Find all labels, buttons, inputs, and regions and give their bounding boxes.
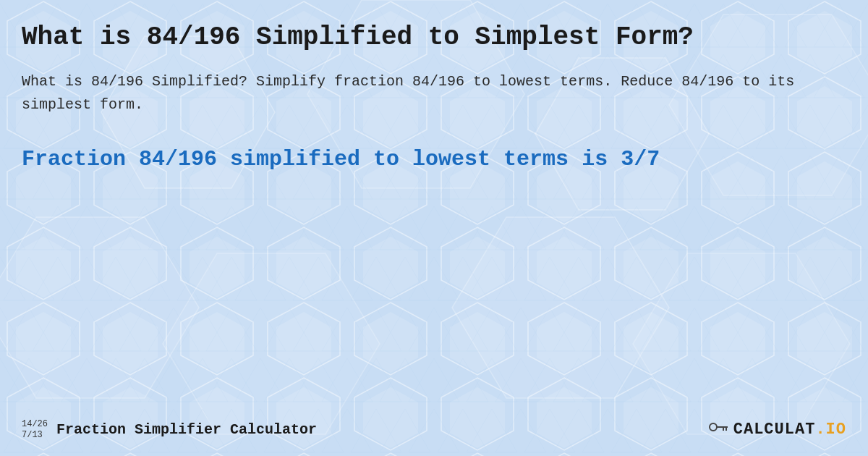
logo-accent: .IO — [815, 421, 846, 439]
footer-label: Fraction Simplifier Calculator — [56, 421, 317, 438]
calculator-icon — [707, 418, 729, 442]
footer-fraction1: 14/26 — [22, 419, 48, 429]
result-title: Fraction 84/196 simplified to lowest ter… — [22, 145, 846, 174]
footer-fractions: 14/26 7/13 — [22, 419, 48, 440]
result-section: Fraction 84/196 simplified to lowest ter… — [22, 145, 846, 174]
footer-fraction2: 7/13 — [22, 430, 48, 440]
footer: 14/26 7/13 Fraction Simplifier Calculato… — [22, 410, 846, 442]
svg-point-16 — [710, 423, 717, 431]
footer-logo: CALCULAT.IO — [707, 418, 846, 442]
logo-text: CALCULAT.IO — [733, 421, 846, 439]
page-title: What is 84/196 Simplified to Simplest Fo… — [22, 22, 846, 53]
page-description: What is 84/196 Simplified? Simplify frac… — [22, 70, 846, 117]
